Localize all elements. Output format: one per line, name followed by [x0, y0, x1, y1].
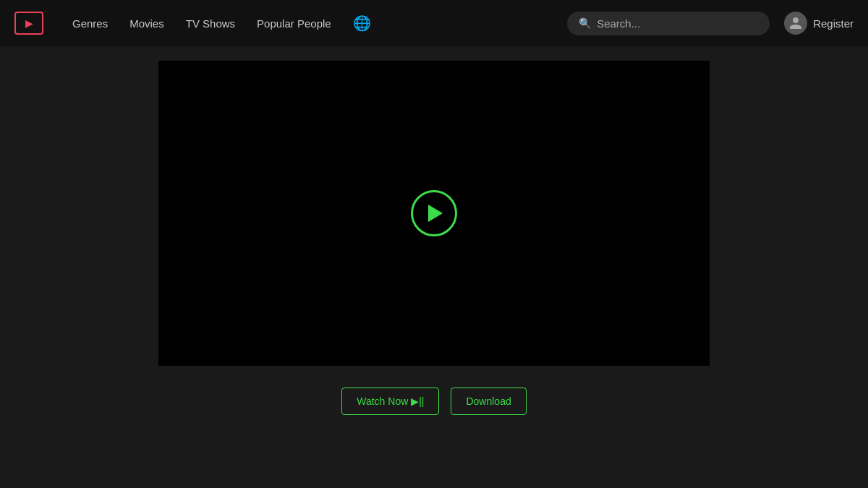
download-button[interactable]: Download: [451, 388, 526, 415]
video-section: Watch Now ▶|| Download: [158, 61, 710, 415]
nav-popular-people[interactable]: Popular People: [257, 17, 331, 30]
search-input[interactable]: [597, 17, 758, 30]
nav-links: Genres Movies TV Shows Popular People 🌐: [72, 14, 553, 32]
nav-genres[interactable]: Genres: [72, 17, 108, 30]
navbar: ▶ Genres Movies TV Shows Popular People …: [0, 0, 868, 46]
logo-icon[interactable]: ▶: [14, 12, 43, 35]
user-avatar-icon[interactable]: [784, 12, 807, 35]
search-bar: 🔍: [567, 12, 770, 35]
logo-area[interactable]: ▶: [14, 12, 43, 35]
nav-tv-shows[interactable]: TV Shows: [186, 17, 235, 30]
search-icon: 🔍: [579, 17, 591, 29]
play-triangle-icon: [428, 205, 443, 222]
main-content: Watch Now ▶|| Download: [0, 46, 868, 488]
register-link[interactable]: Register: [813, 17, 854, 30]
action-buttons: Watch Now ▶|| Download: [341, 388, 526, 415]
globe-icon[interactable]: 🌐: [353, 14, 371, 32]
play-button[interactable]: [411, 190, 457, 236]
video-player[interactable]: [158, 61, 710, 366]
watch-now-button[interactable]: Watch Now ▶||: [341, 388, 439, 415]
register-area: Register: [784, 12, 854, 35]
nav-movies[interactable]: Movies: [129, 17, 164, 30]
